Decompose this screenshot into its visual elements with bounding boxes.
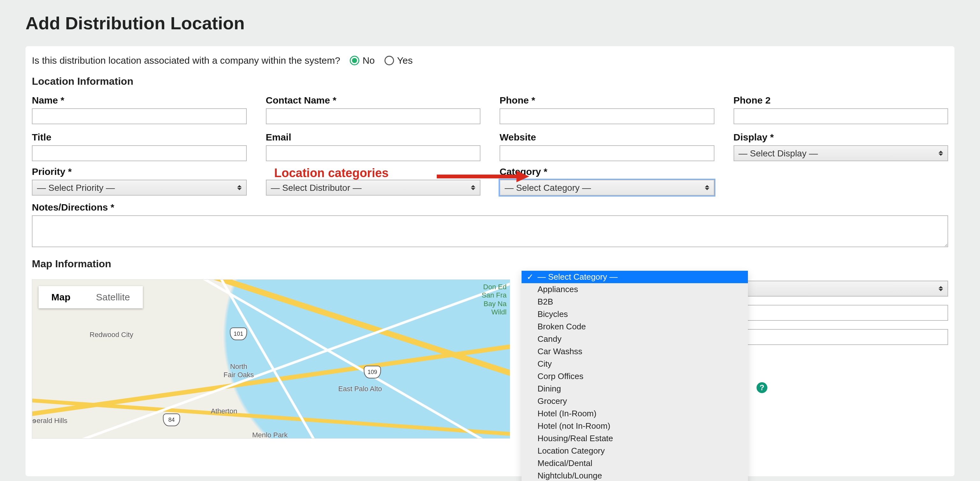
select-category-option[interactable]: Housing/Real Estate [522, 432, 748, 444]
label-name: Name * [32, 95, 247, 106]
route-shield-icon: 101 [230, 327, 247, 340]
radio-icon [350, 56, 359, 65]
select-category-option[interactable]: Location Category [522, 444, 748, 457]
select-category-value: — Select Category — [505, 183, 591, 193]
select-category-option[interactable]: Bicycles [522, 308, 748, 321]
map-label-atherton: Atherton [211, 407, 237, 415]
map-label-herald-hills: ɘerald Hills [32, 417, 68, 425]
label-phone: Phone * [500, 95, 714, 106]
input-title[interactable] [32, 145, 247, 161]
select-category-options[interactable]: — Select Category —AppliancesB2BBicycles… [522, 271, 748, 481]
map-label-north-fair-oaks: North Fair Oaks [223, 362, 254, 379]
select-category-option[interactable]: Hotel (In-Room) [522, 407, 748, 420]
association-radio-no[interactable]: No [350, 55, 375, 66]
radio-label-no: No [363, 55, 375, 66]
chevron-updown-icon [471, 184, 477, 191]
select-category-option[interactable]: Car Washss [522, 345, 748, 358]
input-contact-name[interactable] [266, 108, 481, 124]
label-email: Email [266, 132, 481, 143]
association-radio-group: No Yes [350, 55, 412, 66]
select-category[interactable]: — Select Category — [500, 179, 714, 195]
section-map-info: Map Information [32, 258, 948, 270]
map-label-menlo-park: Menlo Park [252, 431, 288, 439]
form-card: Is this distribution location associated… [25, 46, 955, 476]
select-category-option[interactable]: Dining [522, 383, 748, 395]
map-tab-map[interactable]: Map [38, 286, 83, 308]
select-category-option[interactable]: Medical/Dental [522, 457, 748, 470]
select-distributor-value: — Select Distributor — [271, 183, 362, 193]
radio-label-yes: Yes [397, 55, 413, 66]
input-name[interactable] [32, 108, 247, 124]
label-contact-name: Contact Name * [266, 95, 481, 106]
select-display[interactable]: — Select Display — [733, 145, 948, 161]
input-phone2[interactable] [733, 108, 948, 124]
map-label-redwood-city: Redwood City [89, 331, 133, 339]
label-notes: Notes/Directions * [32, 202, 948, 213]
select-category-option[interactable]: — Select Category — [522, 271, 748, 283]
select-category-option[interactable]: Appliances [522, 283, 748, 295]
chevron-updown-icon [237, 184, 243, 191]
input-phone[interactable] [500, 108, 714, 124]
map[interactable]: Map Satellite Redwood City North Fair Oa… [32, 279, 510, 439]
label-title: Title [32, 132, 247, 143]
select-category-option[interactable]: Hotel (not In-Room) [522, 420, 748, 432]
select-category-option[interactable]: Grocery [522, 395, 748, 407]
select-priority[interactable]: — Select Priority — [32, 179, 247, 195]
page-title: Add Distribution Location [25, 13, 955, 33]
chevron-updown-icon [939, 149, 944, 157]
map-type-toggle: Map Satellite [38, 286, 143, 308]
select-category-option[interactable]: B2B [522, 295, 748, 308]
select-category-option[interactable]: City [522, 358, 748, 370]
select-category-option[interactable]: Corp Offices [522, 370, 748, 383]
label-category: Category * [500, 166, 714, 177]
map-tab-satellite[interactable]: Satellite [83, 286, 143, 308]
textarea-notes[interactable] [32, 215, 948, 247]
association-prompt: Is this distribution location associated… [32, 55, 340, 66]
select-display-value: — Select Display — [739, 148, 818, 158]
association-radio-yes[interactable]: Yes [385, 55, 413, 66]
route-shield-icon: 84 [163, 413, 180, 426]
help-icon[interactable]: ? [757, 382, 767, 393]
label-website: Website [500, 132, 714, 143]
map-label-park: Don Ed San Fra Bay Na Wildl [482, 283, 507, 317]
select-category-option[interactable]: Broken Code [522, 321, 748, 333]
select-priority-value: — Select Priority — [37, 183, 115, 193]
chevron-updown-icon [705, 184, 711, 191]
label-distributor [266, 166, 481, 177]
input-email[interactable] [266, 145, 481, 161]
chevron-updown-icon [939, 285, 944, 292]
map-label-east-palo-alto: East Palo Alto [338, 385, 382, 393]
select-category-option[interactable]: Candy [522, 333, 748, 345]
route-shield-icon: 109 [364, 366, 381, 378]
radio-icon [385, 56, 394, 65]
label-priority: Priority * [32, 166, 247, 177]
input-website[interactable] [500, 145, 714, 161]
label-phone2: Phone 2 [733, 95, 948, 106]
section-location-info: Location Information [32, 76, 948, 87]
select-category-option[interactable]: Nightclub/Lounge [522, 470, 748, 481]
select-distributor[interactable]: — Select Distributor — [266, 179, 481, 195]
label-display: Display * [733, 132, 948, 143]
